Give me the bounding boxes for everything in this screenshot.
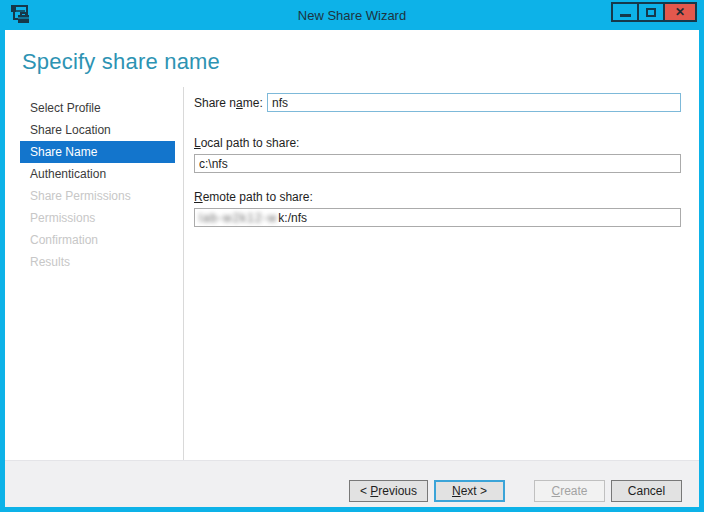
title-bar[interactable]: New Share Wizard ✕ <box>0 0 704 30</box>
local-path-label: Local path to share: <box>194 136 681 150</box>
window-title: New Share Wizard <box>0 0 704 30</box>
sidebar-item-select-profile[interactable]: Select Profile <box>5 97 183 119</box>
cancel-button[interactable]: Cancel <box>611 480 682 502</box>
maximize-button[interactable] <box>637 2 665 22</box>
sidebar-item-results: Results <box>5 251 183 273</box>
create-button: Create <box>534 480 605 502</box>
wizard-content: Specify share name Select Profile Share … <box>5 30 699 507</box>
sidebar-item-share-location[interactable]: Share Location <box>5 119 183 141</box>
remote-path-input[interactable]: lab-w2k12-wk:/nfs <box>194 208 681 227</box>
page-title: Specify share name <box>22 49 699 75</box>
new-share-wizard-window: New Share Wizard ✕ Specify share name Se… <box>0 0 704 512</box>
close-icon: ✕ <box>675 6 685 18</box>
minimize-button[interactable] <box>611 2 639 22</box>
sidebar-item-share-permissions: Share Permissions <box>5 185 183 207</box>
minimize-icon <box>620 14 631 17</box>
share-name-label: Share name: <box>194 96 267 110</box>
wizard-footer: < Previous Next > Create Cancel <box>5 460 699 507</box>
sidebar-item-share-name[interactable]: Share Name <box>20 141 175 163</box>
previous-button[interactable]: < Previous <box>349 480 428 502</box>
sidebar-item-authentication[interactable]: Authentication <box>5 163 183 185</box>
remote-path-visible-text: k:/nfs <box>278 211 307 225</box>
local-path-input[interactable] <box>194 154 681 173</box>
wizard-steps-sidebar: Select Profile Share Location Share Name… <box>5 87 184 460</box>
next-button[interactable]: Next > <box>434 480 505 502</box>
share-name-form: Share name: Local path to share: Remote … <box>184 87 699 460</box>
maximize-icon <box>646 8 656 17</box>
sidebar-item-permissions: Permissions <box>5 207 183 229</box>
remote-path-label: Remote path to share: <box>194 190 681 204</box>
sidebar-item-confirmation: Confirmation <box>5 229 183 251</box>
close-button[interactable]: ✕ <box>663 2 697 22</box>
share-server-icon <box>10 4 32 26</box>
remote-path-obscured-text: lab-w2k12-w <box>199 211 277 225</box>
share-name-input[interactable] <box>267 93 681 112</box>
